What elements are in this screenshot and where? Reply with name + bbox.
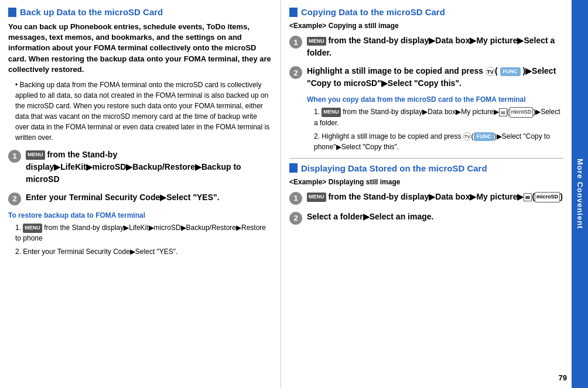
display-step-1: 1 MENU from the Stand-by display▶Data bo… [289,191,563,205]
backup-section-header: Back up Data to the microSD Card [8,7,272,17]
menu-icon-restore: MENU [23,224,42,233]
restore-note: To restore backup data to FOMA terminal … [8,211,272,257]
microsd-badge-2: microSD [535,192,560,202]
menu-icon-display1: MENU [307,193,326,202]
restore-step2: 2. Enter your Terminal Security Code▶Sel… [15,246,272,257]
left-step-1: 1 MENU from the Stand-by display▶LifeKit… [8,149,272,186]
menu-icon-1: MENU [26,150,45,160]
step-number-1: 1 [8,150,21,163]
sd-icon-1: ✉ [499,108,507,116]
func-btn-2: FUNC [474,132,494,142]
copy-example-label: <Example> Copying a still image [289,22,563,30]
left-step2-text: Enter your Terminal Security Code▶Select… [26,191,272,204]
restore-title: To restore backup data to FOMA terminal [8,211,272,219]
header-bar [8,8,16,17]
left-column: Back up Data to the microSD Card You can… [0,0,281,388]
section-divider [289,158,563,159]
copy-header-bar [289,8,298,17]
display-section-header: Displaying Data Stored on the microSD Ca… [289,163,563,173]
copy-step-num-2: 2 [289,66,302,79]
menu-icon-copy1: MENU [307,37,326,46]
copy-title: Copying Data to the microSD Card [301,7,445,17]
page-number: 79 [559,373,567,382]
copy-section-header: Copying Data to the microSD Card [289,7,563,17]
left-step-2: 2 Enter your Terminal Security Code▶Sele… [8,191,272,205]
bullet-paragraph: Backing up data from the FOMA terminal o… [15,80,272,143]
sd-icon-2: ✉ [524,193,532,201]
when-copy-step2: 2. Highlight a still image to be copied … [314,131,563,152]
display-example-label: <Example> Displaying still image [289,178,563,186]
copy-step-num-1: 1 [289,36,302,49]
when-copy-title: When you copy data from the microSD card… [307,95,563,104]
when-copy-step1: 1. MENU from the Stand-by display▶Data b… [314,107,563,128]
display-step-num-2: 2 [289,212,302,225]
right-column: Copying Data to the microSD Card <Exampl… [281,0,572,388]
func-btn-1: FUNC [500,67,521,77]
copy-step2-text: Highlight a still image to be copied and… [307,65,563,90]
right-sidebar: More Convenient [572,0,588,388]
tv-icon-2: TV [463,132,471,140]
left-step1-text: MENU from the Stand-by display▶LifeKit▶m… [26,149,272,186]
copy-step-1: 1 MENU from the Stand-by display▶Data bo… [289,35,563,59]
display-step-2: 2 Select a folder▶Select an image. [289,211,563,225]
sidebar-label: More Convenient [576,159,584,229]
copy-step1-text: MENU from the Stand-by display▶Data box▶… [307,35,563,59]
backup-title: Back up Data to the microSD Card [20,7,163,17]
display-step1-text: MENU from the Stand-by display▶Data box▶… [307,191,563,203]
display-step2-text: Select a folder▶Select an image. [307,211,563,223]
display-step-num-1: 1 [289,192,302,205]
intro-paragraph: You can back up Phonebook entries, sched… [8,22,272,75]
when-copy-note: When you copy data from the microSD card… [307,95,563,152]
display-header-bar [289,163,298,173]
tv-icon: TV [486,67,495,76]
restore-step1: 1. MENU from the Stand-by display▶LifeKi… [15,222,272,243]
display-title: Displaying Data Stored on the microSD Ca… [301,163,487,173]
microsd-badge-1: microSD [510,107,534,118]
step-number-2: 2 [8,193,21,205]
copy-step-2: 2 Highlight a still image to be copied a… [289,65,563,90]
menu-icon-when1: MENU [322,108,341,117]
